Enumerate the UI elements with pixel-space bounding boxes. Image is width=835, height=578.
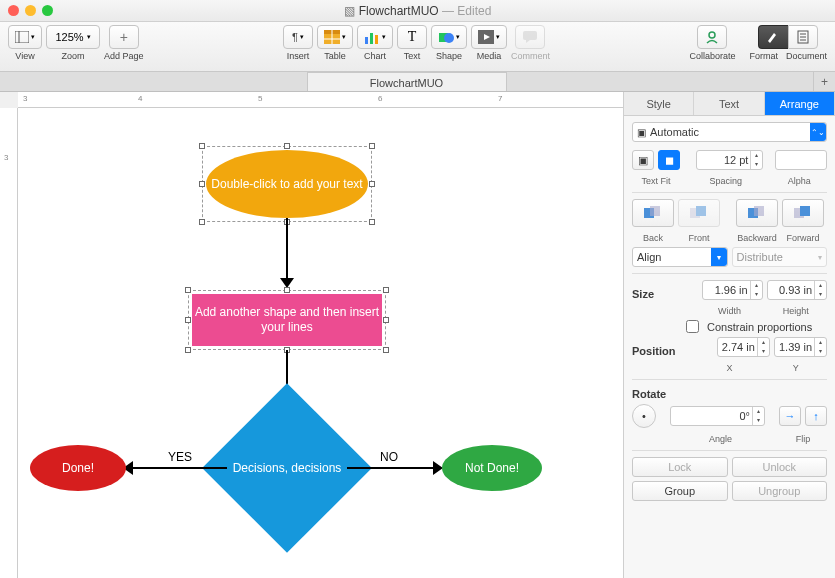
forward-label: Forward bbox=[782, 233, 824, 243]
ruler-horizontal: 3 4 5 6 7 bbox=[18, 92, 623, 108]
chart-button[interactable]: ▾ bbox=[357, 25, 393, 49]
send-back-button[interactable] bbox=[632, 199, 674, 227]
x-label: X bbox=[698, 363, 760, 373]
collaborate-label: Collaborate bbox=[689, 51, 735, 61]
spacing-label: Spacing bbox=[684, 176, 767, 186]
distribute-select[interactable]: Distribute▾ bbox=[732, 247, 828, 267]
backward-label: Backward bbox=[736, 233, 778, 243]
window-title: ▧FlowchartMUO — Edited bbox=[344, 4, 492, 18]
svg-rect-21 bbox=[650, 206, 660, 216]
tab-arrange[interactable]: Arrange bbox=[765, 92, 835, 115]
ruler-vertical: 3 bbox=[0, 108, 18, 578]
bring-forward-button[interactable] bbox=[782, 199, 824, 227]
height-field[interactable]: 0.93 in▴▾ bbox=[767, 280, 827, 300]
rotate-dial[interactable]: • bbox=[632, 404, 656, 428]
x-field[interactable]: 2.74 in▴▾ bbox=[717, 337, 770, 357]
flip-horizontal-button[interactable]: → bbox=[779, 406, 801, 426]
svg-rect-0 bbox=[15, 31, 29, 43]
textfit-inside-button[interactable]: ▣ bbox=[632, 150, 654, 170]
angle-field[interactable]: 0°▴▾ bbox=[670, 406, 765, 426]
table-label: Table bbox=[324, 51, 346, 61]
svg-point-10 bbox=[444, 33, 454, 43]
spacing-field[interactable]: 12 pt▴▾ bbox=[696, 150, 763, 170]
view-label: View bbox=[15, 51, 34, 61]
zoom-select[interactable]: 125%▾ bbox=[46, 25, 100, 49]
textfit-outside-button[interactable]: ◼ bbox=[658, 150, 680, 170]
add-tab-button[interactable]: + bbox=[813, 72, 835, 91]
flip-label: Flip bbox=[779, 434, 827, 444]
unlock-button[interactable]: Unlock bbox=[732, 457, 828, 477]
insert-button[interactable]: ¶▾ bbox=[283, 25, 313, 49]
y-field[interactable]: 1.39 in▴▾ bbox=[774, 337, 827, 357]
view-button[interactable]: ▾ bbox=[8, 25, 42, 49]
width-field[interactable]: 1.96 in▴▾ bbox=[702, 280, 762, 300]
notdone-shape[interactable]: Not Done! bbox=[442, 445, 542, 491]
connector[interactable] bbox=[286, 218, 288, 280]
connector[interactable] bbox=[131, 467, 227, 469]
no-label: NO bbox=[380, 450, 398, 464]
comment-label: Comment bbox=[511, 51, 550, 61]
canvas-wrap: 3 4 5 6 7 3 Double-click to add your tex… bbox=[0, 92, 623, 578]
svg-point-15 bbox=[709, 32, 715, 38]
insert-label: Insert bbox=[287, 51, 310, 61]
canvas[interactable]: Double-click to add your text Add anothe… bbox=[18, 108, 623, 578]
constrain-checkbox[interactable] bbox=[686, 320, 699, 333]
send-backward-button[interactable] bbox=[736, 199, 778, 227]
collaborate-button[interactable] bbox=[697, 25, 727, 49]
svg-rect-13 bbox=[523, 31, 537, 40]
group-button[interactable]: Group bbox=[632, 481, 728, 501]
add-page-button[interactable]: + bbox=[109, 25, 139, 49]
connector[interactable] bbox=[347, 467, 435, 469]
tab-text[interactable]: Text bbox=[694, 92, 764, 115]
svg-rect-6 bbox=[365, 37, 368, 44]
angle-label: Angle bbox=[666, 434, 775, 444]
svg-rect-23 bbox=[696, 206, 706, 216]
shape-button[interactable]: ▾ bbox=[431, 25, 467, 49]
alpha-field[interactable] bbox=[775, 150, 827, 170]
document-button[interactable] bbox=[788, 25, 818, 49]
table-button[interactable]: ▾ bbox=[317, 25, 353, 49]
inspector-tabs: Style Text Arrange bbox=[624, 92, 835, 116]
svg-marker-14 bbox=[526, 40, 530, 43]
tab-style[interactable]: Style bbox=[624, 92, 694, 115]
comment-button[interactable] bbox=[515, 25, 545, 49]
document-tab[interactable]: FlowchartMUO bbox=[307, 72, 507, 91]
document-tab-bar: FlowchartMUO + bbox=[0, 72, 835, 92]
align-select[interactable]: Align▾ bbox=[632, 247, 728, 267]
format-label: Format bbox=[749, 51, 778, 61]
textfit-label: Text Fit bbox=[632, 176, 680, 186]
titlebar: ▧FlowchartMUO — Edited bbox=[0, 0, 835, 22]
text-wrap-select[interactable]: ▣Automatic ⌃⌄ bbox=[632, 122, 827, 142]
alpha-label: Alpha bbox=[771, 176, 827, 186]
media-button[interactable]: ▾ bbox=[471, 25, 507, 49]
constrain-label: Constrain proportions bbox=[707, 321, 812, 333]
zoom-label: Zoom bbox=[61, 51, 84, 61]
shape-label: Shape bbox=[436, 51, 462, 61]
add-page-label: Add Page bbox=[104, 51, 144, 61]
rotate-heading: Rotate bbox=[632, 388, 827, 400]
svg-rect-7 bbox=[370, 33, 373, 44]
format-button[interactable] bbox=[758, 25, 788, 49]
bring-front-button[interactable] bbox=[678, 199, 720, 227]
decision-shape[interactable]: Decisions, decisions bbox=[227, 408, 347, 528]
lock-button[interactable]: Lock bbox=[632, 457, 728, 477]
ungroup-button[interactable]: Ungroup bbox=[732, 481, 828, 501]
process-shape[interactable]: Add another shape and then insert your l… bbox=[192, 294, 382, 346]
start-shape[interactable]: Double-click to add your text bbox=[206, 150, 368, 218]
text-button[interactable]: T bbox=[397, 25, 427, 49]
close-window-button[interactable] bbox=[8, 5, 19, 16]
height-label: Height bbox=[765, 306, 827, 316]
flip-vertical-button[interactable]: ↑ bbox=[805, 406, 827, 426]
text-label: Text bbox=[404, 51, 421, 61]
yes-label: YES bbox=[168, 450, 192, 464]
media-label: Media bbox=[477, 51, 502, 61]
minimize-window-button[interactable] bbox=[25, 5, 36, 16]
window-controls bbox=[8, 5, 53, 16]
position-heading: Position bbox=[632, 345, 675, 357]
zoom-window-button[interactable] bbox=[42, 5, 53, 16]
done-shape[interactable]: Done! bbox=[30, 445, 126, 491]
inspector-panel: Style Text Arrange ▣Automatic ⌃⌄ ▣ ◼ 12 … bbox=[623, 92, 835, 578]
document-label: Document bbox=[786, 51, 827, 61]
svg-rect-27 bbox=[800, 206, 810, 216]
chart-label: Chart bbox=[364, 51, 386, 61]
